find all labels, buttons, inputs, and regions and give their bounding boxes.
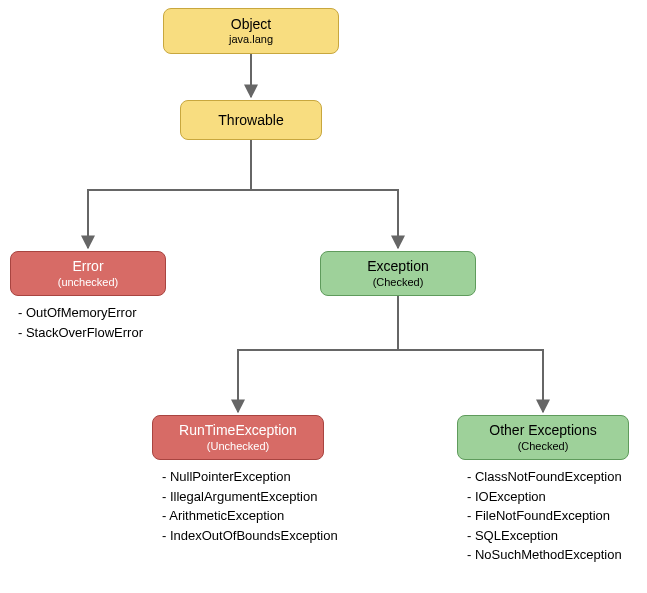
node-object-sub: java.lang — [229, 33, 273, 46]
error-examples-list: OutOfMemoryError StackOverFlowError — [18, 303, 143, 342]
list-item: SQLException — [467, 526, 622, 546]
node-throwable-title: Throwable — [218, 112, 283, 129]
list-item: FileNotFoundException — [467, 506, 622, 526]
node-object: Object java.lang — [163, 8, 339, 54]
list-item: ArithmeticException — [162, 506, 338, 526]
list-item: OutOfMemoryError — [18, 303, 143, 323]
list-item: IndexOutOfBoundsException — [162, 526, 338, 546]
node-runtime-exception: RunTimeException (Unchecked) — [152, 415, 324, 460]
node-error: Error (unchecked) — [10, 251, 166, 296]
list-item: StackOverFlowError — [18, 323, 143, 343]
list-item: IllegalArgumentException — [162, 487, 338, 507]
node-runtime-sub: (Unchecked) — [207, 440, 269, 453]
node-exception-sub: (Checked) — [373, 276, 424, 289]
node-exception-title: Exception — [367, 258, 428, 275]
other-examples-list: ClassNotFoundException IOException FileN… — [467, 467, 622, 565]
node-other-exceptions: Other Exceptions (Checked) — [457, 415, 629, 460]
node-error-sub: (unchecked) — [58, 276, 119, 289]
node-runtime-title: RunTimeException — [179, 422, 297, 439]
node-object-title: Object — [231, 16, 271, 33]
node-other-title: Other Exceptions — [489, 422, 596, 439]
node-error-title: Error — [72, 258, 103, 275]
node-other-sub: (Checked) — [518, 440, 569, 453]
list-item: NoSuchMethodException — [467, 545, 622, 565]
node-exception: Exception (Checked) — [320, 251, 476, 296]
list-item: IOException — [467, 487, 622, 507]
list-item: ClassNotFoundException — [467, 467, 622, 487]
runtime-examples-list: NullPointerException IllegalArgumentExce… — [162, 467, 338, 545]
list-item: NullPointerException — [162, 467, 338, 487]
node-throwable: Throwable — [180, 100, 322, 140]
